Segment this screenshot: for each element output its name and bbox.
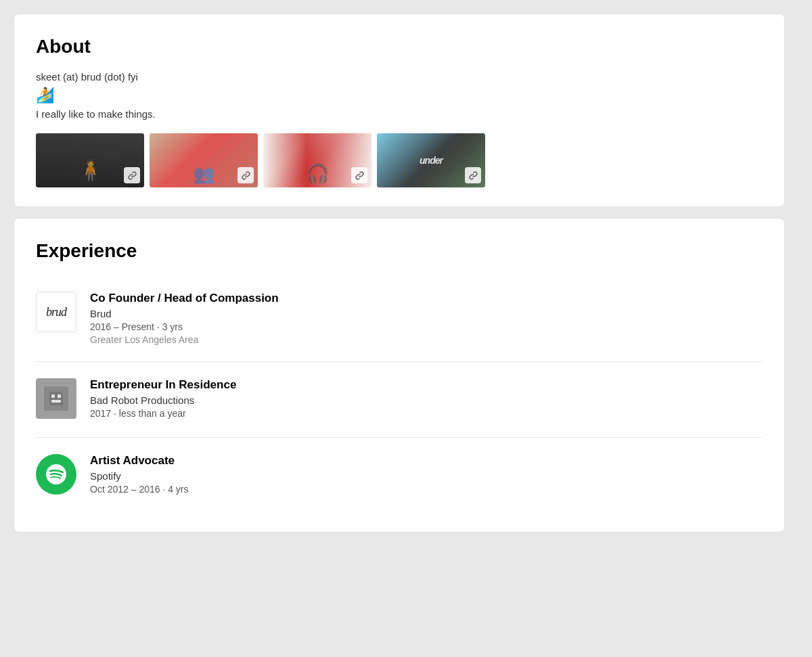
brud-logo: brud xyxy=(36,292,76,332)
photo-item-3: 🎧 xyxy=(263,133,371,187)
badrobot-company: Bad Robot Productions xyxy=(90,394,763,406)
about-email: skeet (at) brud (dot) fyi xyxy=(36,71,763,83)
svg-rect-0 xyxy=(49,392,63,405)
badrobot-icon xyxy=(44,386,68,411)
photo-link-icon-4[interactable] xyxy=(465,167,481,183)
spotify-logo xyxy=(36,454,76,495)
about-photos: 🧍 👥 🎧 xyxy=(36,133,763,187)
spotify-duration: Oct 2012 – 2016 · 4 yrs xyxy=(90,484,763,495)
photo-item-1: 🧍 xyxy=(36,133,144,187)
spotify-title: Artist Advocate xyxy=(90,454,763,468)
brud-details: Co Founder / Head of Compassion Brud 201… xyxy=(90,292,763,345)
badrobot-details: Entrepreneur In Residence Bad Robot Prod… xyxy=(90,378,763,421)
badrobot-logo xyxy=(36,378,76,419)
brud-company: Brud xyxy=(90,308,763,319)
photo-item-2: 👥 xyxy=(150,133,258,187)
photo-link-icon-3[interactable] xyxy=(351,167,367,183)
badrobot-title: Entrepreneur In Residence xyxy=(90,378,763,392)
spotify-icon xyxy=(44,462,68,486)
experience-item-spotify: Artist Advocate Spotify Oct 2012 – 2016 … xyxy=(36,438,763,513)
photo-link-icon-2[interactable] xyxy=(238,167,254,183)
brud-logo-text: brud xyxy=(46,305,66,319)
badrobot-duration: 2017 · less than a year xyxy=(90,408,763,419)
experience-title: Experience xyxy=(36,240,763,262)
about-description: I really like to make things. xyxy=(36,108,763,120)
experience-card: Experience brud Co Founder / Head of Com… xyxy=(14,218,785,533)
svg-rect-3 xyxy=(51,400,61,403)
brud-location: Greater Los Angeles Area xyxy=(90,334,763,345)
experience-item-brud: brud Co Founder / Head of Compassion Bru… xyxy=(36,275,763,362)
about-title: About xyxy=(36,36,763,58)
svg-rect-2 xyxy=(58,394,61,398)
spotify-details: Artist Advocate Spotify Oct 2012 – 2016 … xyxy=(90,454,763,497)
experience-item-badrobot: Entrepreneur In Residence Bad Robot Prod… xyxy=(36,362,763,438)
photo-link-icon-1[interactable] xyxy=(124,167,140,183)
brud-title: Co Founder / Head of Compassion xyxy=(90,292,763,305)
svg-rect-1 xyxy=(51,394,55,398)
about-emoji: 🏄 xyxy=(36,87,763,104)
photo-item-4: under xyxy=(377,133,485,187)
about-card: About skeet (at) brud (dot) fyi 🏄 I real… xyxy=(14,14,785,207)
spotify-company: Spotify xyxy=(90,470,763,482)
brud-duration: 2016 – Present · 3 yrs xyxy=(90,321,763,332)
